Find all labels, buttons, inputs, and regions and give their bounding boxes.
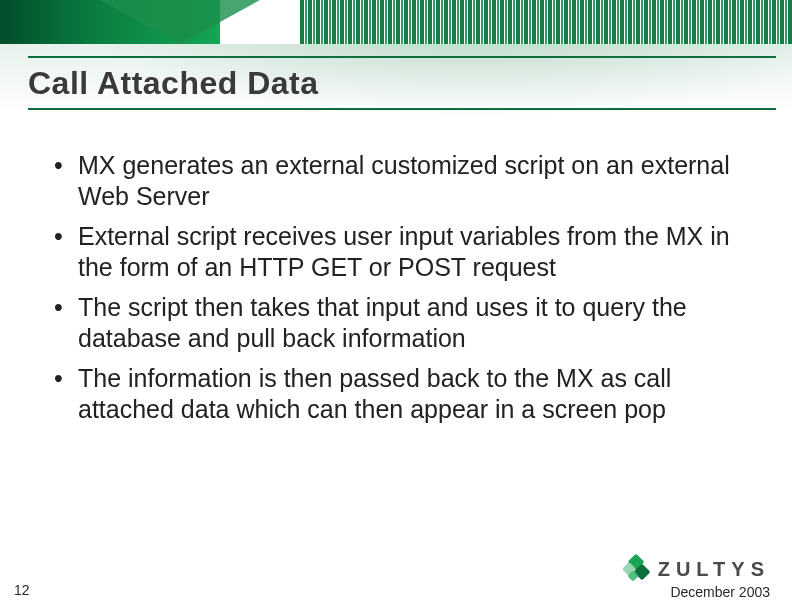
logo-mark-icon xyxy=(624,556,650,582)
bullet-list: MX generates an external customized scri… xyxy=(52,150,748,424)
decorative-banner xyxy=(0,0,792,60)
title-bar: Call Attached Data xyxy=(28,56,776,110)
brand-name: ZULTYS xyxy=(658,558,770,581)
body-content: MX generates an external customized scri… xyxy=(52,150,748,434)
banner-triangle xyxy=(100,0,260,44)
list-item: External script receives user input vari… xyxy=(52,221,748,282)
list-item: The script then takes that input and use… xyxy=(52,292,748,353)
slide: Call Attached Data MX generates an exter… xyxy=(0,0,792,612)
list-item: MX generates an external customized scri… xyxy=(52,150,748,211)
banner-stripes xyxy=(300,0,792,44)
slide-title: Call Attached Data xyxy=(28,65,319,102)
list-item: The information is then passed back to t… xyxy=(52,363,748,424)
brand-logo: ZULTYS xyxy=(624,556,770,582)
footer-date: December 2003 xyxy=(670,584,770,600)
page-number: 12 xyxy=(14,582,30,598)
